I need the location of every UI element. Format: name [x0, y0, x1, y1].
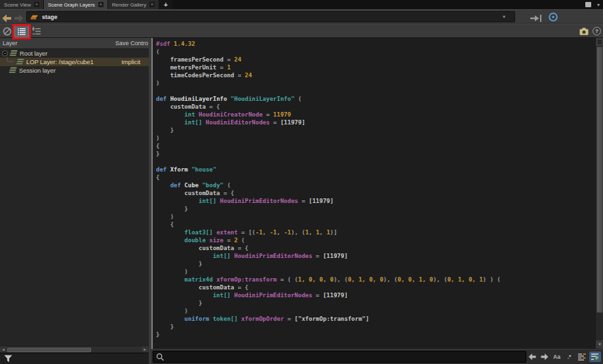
tab-close-icon[interactable]: ×	[34, 2, 39, 7]
match-case-button[interactable]: Aa	[552, 352, 562, 362]
layer-tree-toggle-button[interactable]	[32, 27, 41, 35]
code-line: }	[156, 331, 595, 338]
prev-arrow-icon	[528, 354, 536, 360]
forward-arrow-icon	[14, 14, 24, 22]
window-icon[interactable]	[585, 2, 591, 7]
code-line: int[] HoudiniPrimEditorNodes = [11979]	[156, 197, 595, 205]
search-icon	[156, 353, 165, 361]
code-line: customData = {	[156, 283, 595, 291]
code-line: metersPerUnit = 1	[156, 64, 595, 71]
back-button[interactable]	[2, 13, 12, 21]
new-tab-button[interactable]: +	[159, 0, 172, 9]
tab-label: Scene View	[4, 2, 31, 8]
scrollbar-menu-button[interactable]	[596, 38, 603, 46]
word-wrap-toggle-button[interactable]	[589, 352, 601, 362]
path-dropdown-icon[interactable]: ▾	[503, 14, 505, 20]
code-line: timeCodesPerSecond = 24	[156, 71, 595, 79]
layer-panel-header: Layer Save Contro	[0, 38, 149, 49]
code-line: float3[] extent = [(-1, -1, -1), (1, 1, …	[156, 228, 595, 236]
code-line: }	[156, 299, 595, 307]
horizontal-scrollbar[interactable]: ◂ ▸	[0, 346, 149, 353]
nav-bar: stage ▾	[0, 9, 603, 24]
code-line: uniform token[] xformOpOrder = ["xformOp…	[156, 315, 595, 323]
horizontal-scrollbar-thumb[interactable]	[7, 348, 91, 352]
code-line: )	[156, 79, 595, 87]
layer-label: Root layer	[20, 50, 149, 57]
find-next-button[interactable]	[539, 352, 549, 362]
layer-tree-row[interactable]: LOP Layer: /stage/cube1Implicit	[0, 58, 149, 66]
code-line: customData = {	[156, 244, 595, 252]
code-line: int[] HoudiniPrimEditorNodes = [11979]	[156, 291, 595, 299]
vertical-scrollbar[interactable]: ▾	[595, 38, 603, 349]
scroll-down-button[interactable]: ▾	[596, 340, 603, 348]
code-line: int HoudiniCreatorNode = 11979	[156, 111, 595, 118]
code-line: )	[156, 268, 595, 276]
search-bar: Aa .*	[151, 349, 603, 364]
list-add-icon	[32, 27, 41, 35]
panel-toolbar: ?	[0, 24, 603, 38]
code-line: }	[156, 260, 595, 268]
tree-branch-line	[4, 57, 14, 67]
tab-close-icon[interactable]: ×	[149, 2, 155, 7]
code-line: customData = {	[156, 189, 595, 197]
code-line: )	[156, 307, 595, 315]
tab-label: Scene Graph Layers	[48, 2, 95, 8]
layer-label: LOP Layer: /stage/cube1	[26, 58, 121, 65]
forward-button[interactable]	[14, 13, 24, 21]
tab-overflow-icon[interactable]: ▾	[597, 2, 600, 8]
code-line: {	[156, 142, 595, 150]
collapse-icon[interactable]: −	[2, 50, 8, 56]
viewport-target-icon[interactable]	[548, 12, 558, 25]
code-line: int[] HoudiniPrimEditorNodes = [11979]	[156, 252, 595, 260]
tab-label: Render Gallery	[112, 2, 146, 8]
regex-button[interactable]: .*	[564, 352, 574, 362]
tab-close-icon[interactable]: ×	[98, 2, 104, 7]
code-line: )	[156, 134, 595, 142]
code-line: #sdf 1.4.32	[156, 40, 595, 48]
vertical-scrollbar-thumb[interactable]	[596, 46, 603, 313]
camera-icon	[579, 27, 589, 35]
layer-label: Session layer	[19, 67, 149, 74]
tab-render-gallery[interactable]: Render Gallery×	[108, 0, 159, 9]
next-arrow-icon	[541, 354, 549, 360]
filter-funnel-icon[interactable]	[4, 355, 12, 363]
path-field[interactable]: stage ▾	[26, 11, 515, 22]
search-field[interactable]	[153, 351, 526, 363]
stage-icon	[30, 13, 39, 20]
layer-tree-row[interactable]: Session layer	[0, 66, 149, 75]
code-line: (	[156, 48, 595, 56]
disable-button[interactable]	[3, 27, 12, 36]
layer-tree: −Root layerLOP Layer: /stage/cube1Implic…	[0, 49, 149, 75]
help-button[interactable]: ?	[593, 27, 601, 35]
code-line: }	[156, 323, 595, 331]
search-input[interactable]	[166, 354, 526, 360]
code-line: {	[156, 221, 595, 228]
filter-bar	[0, 353, 149, 364]
tab-scene-view[interactable]: Scene View×	[0, 0, 43, 9]
code-line: customData = {	[156, 103, 595, 111]
code-line: }	[156, 126, 595, 134]
tab-scene-graph-layers[interactable]: Scene Graph Layers×	[44, 0, 107, 9]
code-line	[156, 87, 595, 95]
save-control-column-header[interactable]: Save Contro	[115, 38, 148, 49]
layer-icon	[9, 50, 18, 57]
layer-icon	[16, 58, 24, 65]
snapshot-button[interactable]	[579, 27, 589, 35]
marked-lines-icon	[577, 353, 587, 361]
code-line: def Xform "house"	[156, 166, 595, 173]
code-line: }	[156, 205, 595, 213]
scroll-right-button[interactable]: ▸	[142, 346, 148, 352]
help-icon: ?	[593, 27, 601, 35]
code-line: int[] HoudiniEditorNodes = [11979]	[156, 118, 595, 126]
code-line: framesPerSecond = 24	[156, 56, 595, 64]
layer-tree-row[interactable]: −Root layer	[0, 49, 149, 58]
code-line: def Cube "body" (	[156, 181, 595, 189]
code-line: {	[156, 173, 595, 181]
layer-column-header[interactable]: Layer	[3, 40, 18, 46]
usd-code-view[interactable]: #sdf 1.4.32( framesPerSecond = 24 meters…	[151, 38, 595, 349]
highlight-matches-button[interactable]	[577, 352, 587, 362]
scroll-left-button[interactable]: ◂	[0, 346, 7, 352]
code-line: }	[156, 150, 595, 158]
find-previous-button[interactable]	[527, 352, 537, 362]
path-value: stage	[42, 14, 503, 20]
